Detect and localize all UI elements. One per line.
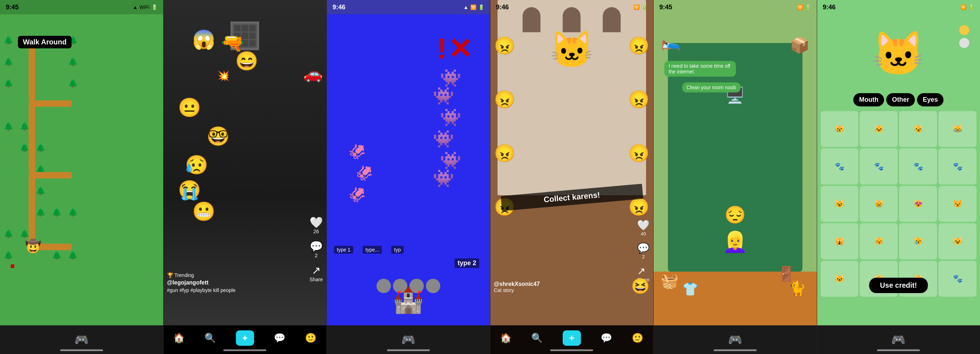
car-icon: 🚗 xyxy=(303,64,323,83)
like-count: 26 xyxy=(313,229,319,234)
sob-emoji: 😭 xyxy=(178,179,201,201)
accessory-17[interactable]: 🐱 xyxy=(821,261,859,297)
status-icons-6: 🛜 🔋 xyxy=(960,4,974,10)
tree-icon: 🌲 xyxy=(3,122,13,131)
home-icon[interactable]: 🏠 xyxy=(173,333,185,344)
nervous-emoji: 😬 xyxy=(192,201,215,223)
inbox-icon[interactable]: 💬 xyxy=(274,333,285,344)
battery-icon-6: 🔋 xyxy=(968,4,974,10)
accessory-5[interactable]: 🐾 xyxy=(821,148,859,184)
accessory-6[interactable]: 🐾 xyxy=(860,148,898,184)
nav-dot-4[interactable] xyxy=(426,279,440,293)
accessory-7[interactable]: 🐾 xyxy=(899,148,937,184)
tiktok-info: 🏆 Trending @legojangofett #gun #fyp #pla… xyxy=(167,272,305,293)
add-button[interactable]: + xyxy=(236,330,254,346)
tree-icon: 🌲 xyxy=(3,57,13,67)
accessories-grid: 😿 🐱 😼 😹 🐾 🐾 🐾 🐾 😺 😸 😻 😾 🙀 😽 😿 😺 🐱 😼 😹 🐾 xyxy=(821,111,977,297)
karen-1: 😠 xyxy=(494,36,515,56)
accessory-20[interactable]: 🐾 xyxy=(939,261,977,297)
signal-icon-3: ▲ xyxy=(463,4,469,10)
comment-action[interactable]: 💬 2 xyxy=(310,240,323,258)
game-area-1[interactable]: 🌲 🌲 🌲 🌲 🌲 🌲 🌲 🌲 🌲 🌲 🌲 🌲 🌲 🌲 🌲 🌲 🌲 🌲 🌲 🌲 … xyxy=(0,14,163,325)
add-button-4[interactable]: + xyxy=(563,330,581,346)
accessory-4[interactable]: 😹 xyxy=(939,111,977,147)
type-label-3: typ xyxy=(391,246,404,254)
game-area-5[interactable]: 🛌 📦 🖥️ I need to take some time off the … xyxy=(654,14,817,325)
type-label-2: type... xyxy=(363,246,382,254)
game-area-4[interactable]: 🐱 😠 😠 😠 😠 😠 😠 😠 😠 Collect karens! 🤍 40 💬… xyxy=(490,0,654,325)
game-area-2[interactable]: 😱 🔫 😄 🚗 💥 😐 🤓 😥 😭 😬 🤍 26 💬 2 ↗ Share xyxy=(164,0,327,325)
like-count-4: 40 xyxy=(637,231,650,236)
accessory-8[interactable]: 🐾 xyxy=(939,148,977,184)
tab-mouth[interactable]: Mouth xyxy=(853,93,884,107)
share-label: Share xyxy=(310,277,323,282)
inbox-icon-4[interactable]: 💬 xyxy=(601,333,612,344)
comment-count: 2 xyxy=(315,253,318,258)
circle-gold xyxy=(959,25,969,35)
path-vertical xyxy=(29,172,35,244)
share-action[interactable]: ↗ Share xyxy=(310,264,323,282)
like-action[interactable]: 🤍 26 xyxy=(310,216,323,234)
tree-icon: 🌲 xyxy=(36,186,45,196)
path-vertical xyxy=(29,43,35,100)
wifi-icon-5: 🛜 xyxy=(797,4,803,10)
nav-dot-1[interactable] xyxy=(377,279,391,293)
search-icon-4[interactable]: 🔍 xyxy=(531,333,542,344)
time-3: 9:46 xyxy=(332,3,345,11)
username-4: @shrekXsonic47 xyxy=(494,281,540,287)
trending-label: 🏆 Trending xyxy=(167,272,305,278)
accessory-12[interactable]: 😾 xyxy=(939,186,977,222)
like-action-4[interactable]: 🤍 40 xyxy=(637,219,650,236)
accessory-3[interactable]: 😼 xyxy=(899,111,937,147)
tab-other[interactable]: Other xyxy=(886,93,915,107)
castle-icon: 🏰 xyxy=(393,285,424,314)
karen-7: 😠 xyxy=(628,144,650,163)
accessory-10[interactable]: 😸 xyxy=(860,186,898,222)
tab-eyes[interactable]: Eyes xyxy=(917,93,943,107)
game-area-3[interactable]: ✕ ! 👾 👾 👾 👾 👾 👾 🦑 🦑 🦑 type 1 type... typ… xyxy=(327,14,490,325)
karen-8: 😠 xyxy=(628,197,650,217)
battery-icon-5: 🔋 xyxy=(805,4,811,10)
person-emoji-5: 👱‍♀️ xyxy=(723,230,748,254)
cry-emoji: 😥 xyxy=(185,154,208,176)
accessory-14[interactable]: 😽 xyxy=(860,223,898,259)
crewmate-1: 👾 xyxy=(440,68,461,88)
accessory-16[interactable]: 😺 xyxy=(939,223,977,259)
x-mark: ✕ xyxy=(448,32,472,65)
person-lying-icon: 🛌 xyxy=(661,32,681,51)
share-icon: ↗ xyxy=(312,264,321,277)
screen-cat-story: 9:46 🛜 🔋 🐱 😠 😠 😠 😠 😠 😠 😠 😠 Collect karen… xyxy=(490,0,654,354)
player-emoji: 🤠 xyxy=(25,239,41,254)
home-icon-4[interactable]: 🏠 xyxy=(500,333,511,344)
tree-icon: 🌲 xyxy=(20,122,29,131)
accessory-15[interactable]: 😿 xyxy=(899,223,937,259)
tree-icon: 🌲 xyxy=(36,144,45,153)
accessory-1[interactable]: 😿 xyxy=(821,111,859,147)
bottom-bar-5: 🎮 xyxy=(654,325,817,354)
cloth-icon: 👕 xyxy=(682,282,698,297)
home-indicator-6 xyxy=(877,349,920,351)
crewmate-5: 👾 xyxy=(440,150,461,171)
monster-2: 🦑 xyxy=(355,165,373,182)
bottom-bar-1: 🎮 xyxy=(0,325,163,354)
profile-icon[interactable]: 🙂 xyxy=(305,333,317,344)
use-credit-button[interactable]: Use credit! xyxy=(869,278,928,293)
wifi-icon-4: 🛜 xyxy=(633,4,640,10)
game-area-6[interactable]: 🐱 Mouth Other Eyes 😿 🐱 😼 😹 🐾 🐾 🐾 🐾 😺 😸 😻… xyxy=(817,14,980,325)
accessory-2[interactable]: 🐱 xyxy=(860,111,898,147)
accessory-9[interactable]: 😺 xyxy=(821,186,859,222)
battery-icon: 🔋 xyxy=(151,4,158,10)
cat-main: 🐱 xyxy=(549,29,594,71)
gamepad-icon-6: 🎮 xyxy=(891,333,905,346)
accessory-13[interactable]: 🙀 xyxy=(821,223,859,259)
status-bar-5: 9:45 🛜 🔋 xyxy=(654,0,817,14)
home-indicator-3 xyxy=(387,349,430,351)
search-icon[interactable]: 🔍 xyxy=(204,333,216,344)
screen-cat-customizer: 9:46 🛜 🔋 🐱 Mouth Other Eyes 😿 🐱 😼 😹 🐾 xyxy=(817,0,980,354)
accessory-11[interactable]: 😻 xyxy=(899,186,937,222)
tree-icon: 🌲 xyxy=(3,79,13,88)
status-icons-1: ▲ WiFi 🔋 xyxy=(133,4,158,10)
profile-icon-4[interactable]: 🙂 xyxy=(632,333,643,344)
comment-action-4[interactable]: 💬 2 xyxy=(637,242,650,259)
tree-icon: 🌲 xyxy=(36,208,45,217)
